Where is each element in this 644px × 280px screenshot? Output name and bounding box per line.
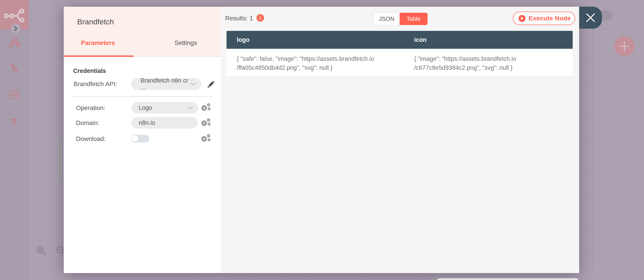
active-tab-underline: [64, 56, 134, 57]
execute-node-button[interactable]: Execute Node: [513, 12, 575, 25]
chevron-right-icon: [13, 26, 18, 32]
node-detail-modal: Brandfetch Parameters Settings Credentia…: [64, 7, 579, 273]
download-options-button[interactable]: [200, 134, 211, 143]
sidebar-item-credentials[interactable]: [8, 62, 20, 73]
sitemap-icon: [9, 38, 20, 48]
gears-icon: [200, 103, 211, 112]
chevron-down-icon: [188, 106, 193, 110]
sidebar-item-executions[interactable]: [8, 90, 20, 100]
execute-node-label: Execute Node: [528, 15, 571, 22]
download-label: Download:: [76, 135, 106, 142]
info-icon[interactable]: i: [256, 14, 264, 22]
table-row: { "safe": false, "image": "https://asset…: [226, 49, 573, 76]
operation-select[interactable]: Logo: [132, 102, 198, 114]
sidebar-item-workflows[interactable]: [9, 37, 20, 48]
credential-select[interactable]: Brandfetch n8n cr ...: [131, 78, 201, 90]
view-json-button[interactable]: JSON: [374, 13, 400, 25]
domain-label: Domain:: [76, 120, 99, 126]
operation-select-value: Logo: [139, 104, 188, 111]
close-icon: [586, 12, 596, 23]
sidebar: ?: [0, 0, 28, 280]
gears-icon: [200, 118, 211, 128]
results-count: Results: 1: [225, 15, 253, 22]
toggle-knob: [132, 135, 138, 142]
pencil-icon: [206, 80, 216, 89]
chevron-down-icon: [190, 82, 196, 86]
operation-label: Operation:: [76, 104, 105, 112]
column-header-logo: logo: [226, 31, 404, 49]
edit-credential-button[interactable]: [206, 80, 216, 89]
node-title: Brandfetch: [77, 18, 114, 26]
n8n-logo-icon: [4, 8, 24, 22]
table-header-row: logo icon: [226, 31, 573, 49]
parameters-panel: Brandfetch Parameters Settings Credentia…: [64, 7, 221, 273]
plus-icon: [619, 41, 630, 52]
canvas-zoom-in-button[interactable]: [35, 245, 47, 256]
results-table: logo icon { "safe": false, "image": "htt…: [226, 31, 573, 76]
credential-select-value: Brandfetch n8n cr ...: [140, 77, 190, 91]
credential-label: Brandfetch API:: [74, 80, 117, 88]
operation-options-button[interactable]: [200, 103, 211, 112]
domain-input[interactable]: [132, 117, 198, 128]
magnifier-plus-icon: [35, 245, 47, 256]
add-node-button[interactable]: [614, 36, 634, 56]
sidebar-collapse-button[interactable]: [11, 24, 20, 33]
canvas-bottom-panel: [437, 278, 579, 280]
tab-divider: [134, 56, 221, 56]
section-divider: [73, 96, 212, 97]
column-header-icon: icon: [404, 31, 573, 49]
checklist-icon: [9, 90, 19, 100]
download-toggle[interactable]: [132, 135, 149, 142]
credentials-heading: Credentials: [73, 68, 106, 74]
domain-options-button[interactable]: [200, 118, 211, 128]
gears-icon: [200, 134, 211, 143]
tab-settings[interactable]: Settings: [174, 39, 197, 46]
cell-logo: { "safe": false, "image": "https://asset…: [226, 49, 404, 76]
close-modal-button[interactable]: [579, 7, 602, 29]
tab-parameters[interactable]: Parameters: [81, 39, 115, 46]
play-icon: [518, 15, 526, 22]
key-icon: [8, 62, 19, 73]
view-table-button[interactable]: Table: [400, 13, 428, 25]
question-mark-icon: ?: [10, 116, 16, 128]
cell-icon: { "image": "https://assets.brandfetch.io…: [404, 49, 573, 76]
sidebar-item-help[interactable]: ?: [8, 116, 18, 129]
node-header: [64, 7, 221, 57]
